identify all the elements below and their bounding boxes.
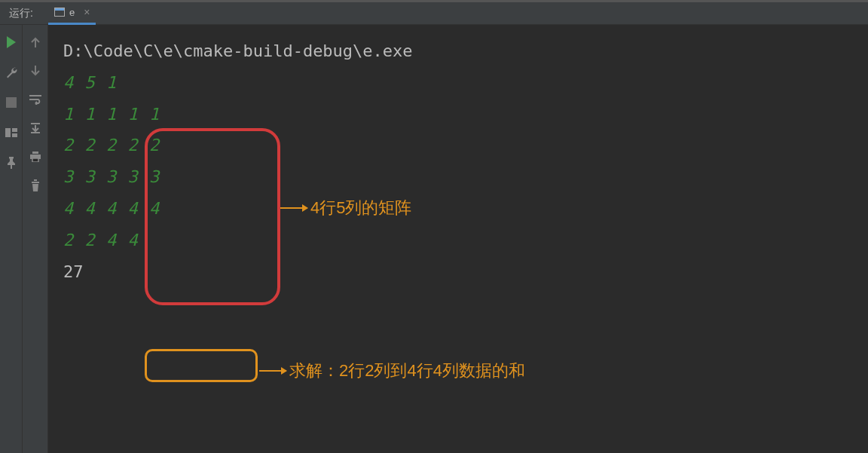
svg-rect-0 (6, 97, 17, 108)
matrix-row: 2 2 2 2 2 (63, 130, 853, 161)
svg-rect-8 (34, 179, 37, 181)
input-params: 4 5 1 (63, 67, 853, 99)
up-arrow-icon[interactable] (29, 35, 42, 49)
down-arrow-icon[interactable] (29, 64, 42, 78)
annotation-query: 求解：2行2列到4行4列数据的和 (259, 355, 525, 387)
run-icon[interactable] (5, 35, 18, 49)
annotation-text: 求解：2行2列到4行4列数据的和 (289, 355, 525, 387)
arrow-icon (280, 207, 307, 209)
svg-rect-7 (32, 182, 39, 183)
matrix-row: 4 4 4 4 4 (63, 193, 853, 225)
tab-name: e (69, 7, 75, 18)
result-line: 27 (63, 256, 853, 288)
run-panel-header: 运行: e × (0, 2, 868, 25)
annotation-box-query (145, 349, 258, 382)
svg-rect-2 (12, 128, 17, 132)
soft-wrap-icon[interactable] (29, 93, 42, 106)
pin-icon[interactable] (5, 156, 18, 170)
svg-rect-1 (5, 128, 11, 137)
left-gutter (0, 25, 23, 453)
close-icon[interactable]: × (84, 6, 90, 18)
stop-icon[interactable] (5, 96, 18, 109)
run-tab[interactable]: e × (48, 2, 96, 25)
print-icon[interactable] (29, 150, 42, 164)
matrix-row: 1 1 1 1 1 (63, 99, 853, 130)
wrench-icon[interactable] (5, 66, 18, 79)
matrix-row: 3 3 3 3 3 (63, 161, 853, 193)
exe-path: D:\Code\C\e\cmake-build-debug\e.exe (63, 35, 853, 67)
arrow-icon (259, 370, 286, 372)
svg-rect-6 (32, 158, 38, 162)
layout-icon[interactable] (5, 126, 18, 139)
console-output[interactable]: D:\Code\C\e\cmake-build-debug\e.exe 4 5 … (48, 25, 868, 453)
second-gutter (23, 25, 48, 453)
app-window-icon (54, 8, 65, 17)
trash-icon[interactable] (29, 179, 42, 192)
run-label: 运行: (9, 7, 33, 20)
svg-rect-4 (32, 152, 38, 154)
query-line: 2 2 4 4 (63, 225, 853, 256)
scroll-to-end-icon[interactable] (29, 121, 42, 135)
svg-rect-3 (12, 133, 17, 137)
annotation-text: 4行5列的矩阵 (310, 192, 411, 224)
annotation-matrix: 4行5列的矩阵 (280, 192, 411, 224)
